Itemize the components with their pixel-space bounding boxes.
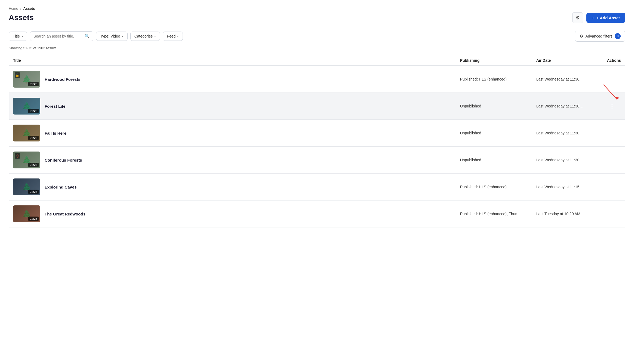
publishing-status: Unpublished [456,93,532,120]
table-header: Title Publishing Air Date ↑ Actions [9,55,625,66]
publishing-status: Published: HLS (enhanced), Thum... [456,200,532,227]
breadcrumb: Home / Assets [9,7,625,11]
categories-filter-button[interactable]: Categories ▾ [130,32,160,41]
actions-cell: ⋮ [603,120,625,147]
table-row: 🌲01:23Exploring CavesPublished: HLS (enh… [9,174,625,200]
thumbnail[interactable]: 🌲01:23 [13,178,40,195]
thumbnail[interactable]: 🌲01:23 [13,205,40,222]
airdate-sort-icon: ↑ [553,58,555,63]
duration-badge: 01:23 [28,163,39,167]
title-cell: 🌲01:23🚫Coniferous Forests [9,147,456,174]
table-row: 🌲01:23🚫Coniferous ForestsUnpublishedLast… [9,147,625,174]
type-filter-button[interactable]: Type: Video ▾ [96,32,128,41]
publishing-status: Published: HLS (enhanced) [456,66,532,93]
assets-table: Title Publishing Air Date ↑ Actions 🌲01:… [9,55,625,227]
col-title-header: Title [9,55,456,66]
title-cell: 🌲01:23The Great Redwoods [9,200,456,227]
duration-badge: 01:23 [28,82,39,86]
sliders-icon: ⚙ [580,34,583,39]
asset-title[interactable]: Fall Is Here [45,131,66,135]
search-wrapper: 🔍 [30,31,93,41]
assets-tbody: 🌲01:23🔒Hardwood ForestsPublished: HLS (e… [9,66,625,227]
table-row: 🌲01:23Forest LifeUnpublishedLast Wednesd… [9,93,625,120]
eye-slash-icon: 🚫 [15,153,20,159]
actions-cell: ⋮ [603,93,625,120]
categories-filter-label: Categories [134,34,153,38]
more-actions-button[interactable]: ⋮ [607,129,617,137]
col-publishing-header: Publishing [456,55,532,66]
actions-cell: ⋮ [603,174,625,200]
title-filter-chevron-icon: ▾ [21,35,23,38]
title-inner: 🌲01:23🔒Hardwood Forests [13,71,451,88]
col-airdate-header[interactable]: Air Date ↑ [532,55,603,66]
table-wrapper: Title Publishing Air Date ↑ Actions 🌲01:… [9,55,625,227]
feed-filter-button[interactable]: Feed ▾ [163,32,183,41]
gear-icon: ⚙ [575,15,580,21]
page-title: Assets [9,13,34,22]
actions-cell: ⋮ [603,66,625,93]
thumbnail[interactable]: 🌲01:23 [13,98,40,115]
table-row: 🌲01:23Fall Is HereUnpublishedLast Wednes… [9,120,625,147]
title-cell: 🌲01:23🔒Hardwood Forests [9,66,456,93]
thumbnail[interactable]: 🌲01:23🚫 [13,152,40,168]
asset-title[interactable]: The Great Redwoods [45,212,85,216]
feed-filter-label: Feed [167,34,176,38]
page-title-row: Assets ⚙ + + Add Asset [9,12,625,23]
title-inner: 🌲01:23Forest Life [13,98,451,115]
asset-title[interactable]: Forest Life [45,104,66,109]
asset-title[interactable]: Coniferous Forests [45,158,82,162]
toolbar: Title ▾ 🔍 Type: Video ▾ Categories ▾ Fee… [9,31,625,42]
more-actions-button[interactable]: ⋮ [607,209,617,218]
title-inner: 🌲01:23The Great Redwoods [13,205,451,222]
title-filter-button[interactable]: Title ▾ [9,32,27,41]
airdate: Last Wednesday at 11:15... [532,174,603,200]
publishing-status: Unpublished [456,120,532,147]
advanced-filters-button[interactable]: ⚙ Advanced filters 0 [575,31,625,42]
type-filter-chevron-icon: ▾ [122,35,124,38]
feed-filter-chevron-icon: ▾ [177,35,179,38]
title-cell: 🌲01:23Exploring Caves [9,174,456,200]
title-filter-label: Title [13,34,20,38]
page-wrapper: Home / Assets Assets ⚙ + + Add Asset Tit… [0,0,634,364]
publishing-status: Unpublished [456,147,532,174]
asset-title[interactable]: Exploring Caves [45,185,77,189]
airdate: Last Wednesday at 11:30... [532,147,603,174]
more-actions-button[interactable]: ⋮ [607,183,617,191]
duration-badge: 01:23 [28,109,39,113]
more-actions-button[interactable]: ⋮ [607,102,617,110]
asset-title[interactable]: Hardwood Forests [45,77,81,82]
actions-cell: ⋮ [603,147,625,174]
thumbnail[interactable]: 🌲01:23🔒 [13,71,40,88]
breadcrumb-separator: / [20,7,21,11]
gear-button[interactable]: ⚙ [572,12,583,23]
search-input[interactable] [33,34,82,38]
title-actions: ⚙ + + Add Asset [572,12,625,23]
thumbnail[interactable]: 🌲01:23 [13,125,40,141]
title-inner: 🌲01:23Exploring Caves [13,178,451,195]
airdate: Last Wednesday at 11:30... [532,66,603,93]
airdate: Last Wednesday at 11:30... [532,93,603,120]
add-asset-label: + Add Asset [596,16,620,20]
search-icon: 🔍 [85,34,90,39]
airdate: Last Wednesday at 11:30... [532,120,603,147]
title-cell: 🌲01:23Fall Is Here [9,120,456,147]
table-row: 🌲01:23🔒Hardwood ForestsPublished: HLS (e… [9,66,625,93]
breadcrumb-home[interactable]: Home [9,7,18,11]
duration-badge: 01:23 [28,190,39,194]
actions-cell: ⋮ [603,200,625,227]
duration-badge: 01:23 [28,136,39,140]
plus-icon: + [592,16,594,20]
more-actions-button[interactable]: ⋮ [607,75,617,84]
more-actions-button[interactable]: ⋮ [607,156,617,164]
advanced-filters-label: Advanced filters [585,34,613,38]
results-info: Showing 51-75 of 1902 results [9,46,625,50]
breadcrumb-current: Assets [23,7,35,11]
type-filter-label: Type: Video [100,34,120,38]
table-row: 🌲01:23The Great RedwoodsPublished: HLS (… [9,200,625,227]
publishing-status: Published: HLS (enhanced) [456,174,532,200]
lock-icon: 🔒 [15,72,20,78]
duration-badge: 01:23 [28,217,39,221]
add-asset-button[interactable]: + + Add Asset [586,13,625,23]
advanced-filters-count: 0 [615,33,621,39]
title-cell: 🌲01:23Forest Life [9,93,456,120]
